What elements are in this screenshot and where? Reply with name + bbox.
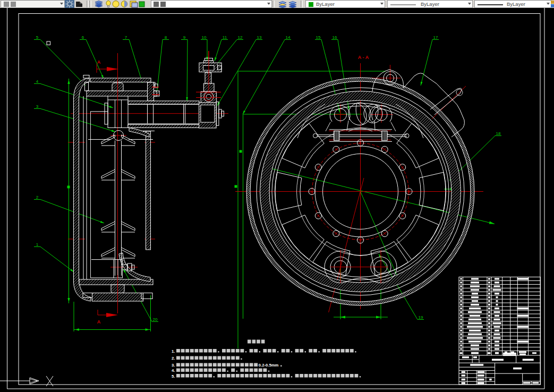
svg-text:11: 11: [223, 35, 227, 40]
svg-text:5.: 5.: [172, 374, 175, 379]
svg-text:19: 19: [419, 315, 423, 320]
svg-text:A - A: A - A: [358, 55, 369, 60]
svg-text:10: 10: [202, 35, 207, 40]
svg-text:4: 4: [36, 79, 39, 84]
svg-text:5: 5: [36, 35, 39, 40]
svg-text:9: 9: [183, 35, 186, 40]
svg-text:12: 12: [238, 35, 243, 40]
svg-text:7: 7: [125, 35, 127, 40]
svg-text:1.: 1.: [172, 349, 175, 354]
svg-text:15: 15: [316, 35, 321, 40]
svg-text:1: 1: [36, 242, 39, 247]
svg-text:17: 17: [433, 35, 438, 40]
svg-text:A: A: [97, 59, 101, 65]
svg-text:2.: 2.: [172, 356, 175, 361]
svg-text:20: 20: [153, 317, 158, 322]
svg-text:6: 6: [82, 35, 84, 40]
svg-text:8: 8: [165, 35, 167, 40]
svg-text:18: 18: [496, 131, 501, 136]
svg-text:13: 13: [257, 35, 262, 40]
svg-text:14: 14: [286, 35, 291, 40]
svg-text:2: 2: [36, 195, 39, 200]
svg-text:A: A: [97, 319, 101, 325]
svg-text:16: 16: [333, 35, 337, 40]
svg-text:3: 3: [36, 104, 39, 109]
svg-text:4.: 4.: [172, 368, 175, 373]
svg-text:0.2-0.5mm: 0.2-0.5mm: [259, 363, 279, 368]
svg-text:3.: 3.: [172, 363, 175, 368]
